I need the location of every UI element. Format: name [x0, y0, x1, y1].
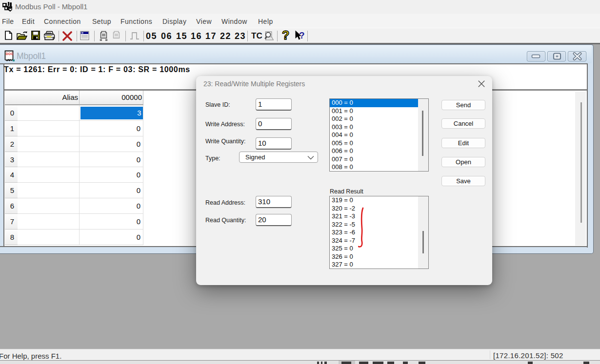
svg-text:?: ? — [282, 30, 289, 41]
svg-text:DOC: DOC — [6, 52, 14, 56]
svg-text:?: ? — [299, 30, 305, 40]
